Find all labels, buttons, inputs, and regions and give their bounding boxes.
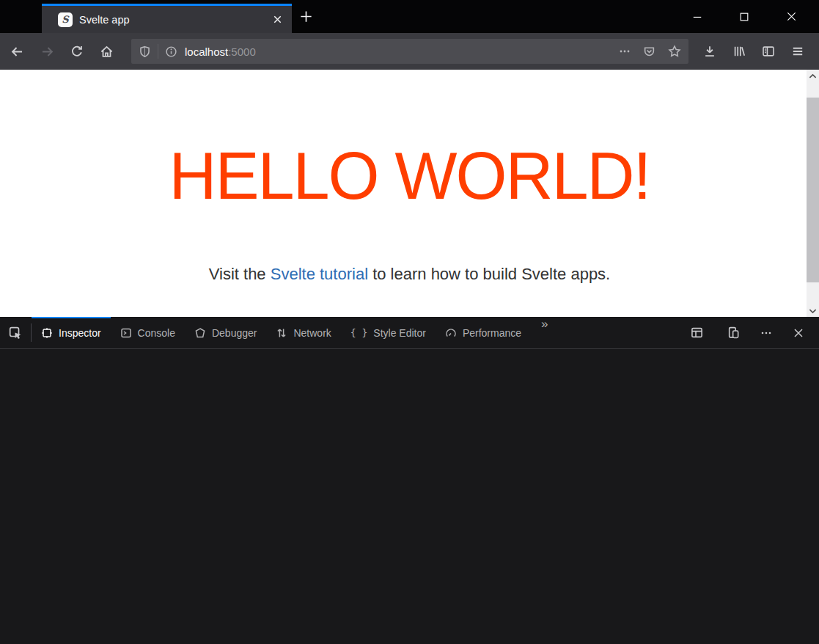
style-editor-icon: { } [350, 327, 367, 338]
library-icon[interactable] [732, 45, 746, 58]
new-tab-button[interactable] [299, 10, 313, 23]
tab-inspector[interactable]: Inspector [32, 317, 111, 348]
debugger-icon [194, 327, 206, 339]
node-picker-icon[interactable] [0, 317, 31, 348]
tab-performance[interactable]: Performance [436, 317, 531, 348]
scroll-up-icon[interactable] [807, 70, 819, 82]
browser-window: S Svelte app [0, 0, 819, 644]
more-tabs-chevron-icon[interactable]: » [531, 317, 558, 348]
pocket-icon[interactable] [643, 45, 655, 58]
toolbar-right-actions [694, 45, 809, 58]
scroll-down-icon[interactable] [807, 304, 819, 317]
devtools-close-icon[interactable] [784, 327, 813, 339]
urlbar-separator [158, 44, 158, 59]
tracking-shield-icon[interactable] [139, 45, 151, 58]
close-window-icon[interactable] [786, 11, 797, 22]
page-paragraph: Visit the Svelte tutorial to learn how t… [0, 265, 819, 284]
devtools-menu-icon[interactable] [752, 327, 781, 339]
downloads-icon[interactable] [703, 45, 716, 58]
para-text-before: Visit the [209, 265, 271, 283]
bookmark-star-icon[interactable] [668, 45, 681, 58]
devtools-toolbar: Inspector Console Debugger Network { } S… [0, 317, 819, 349]
minimize-icon[interactable] [692, 12, 702, 22]
tab-network[interactable]: Network [266, 317, 340, 348]
site-info-icon[interactable] [165, 45, 177, 58]
network-icon [276, 327, 287, 339]
window-controls [692, 0, 797, 33]
maximize-icon[interactable] [739, 12, 749, 22]
url-host: localhost [185, 45, 228, 58]
page-scrollbar[interactable] [807, 70, 819, 317]
devtools-panel: Inspector Console Debugger Network { } S… [0, 317, 819, 644]
forward-button[interactable] [40, 45, 54, 59]
svelte-tutorial-link[interactable]: Svelte tutorial [271, 265, 368, 283]
tab-console[interactable]: Console [111, 317, 185, 348]
tab-style-editor[interactable]: { } Style Editor [341, 317, 436, 348]
titlebar: S Svelte app [0, 0, 819, 33]
tab-title: Svelte app [79, 14, 130, 26]
inspector-icon [41, 327, 53, 339]
menu-hamburger-icon[interactable] [791, 45, 804, 58]
page-actions-icon[interactable] [619, 45, 631, 57]
responsive-design-icon[interactable] [719, 326, 749, 339]
tab-close-icon[interactable] [272, 14, 283, 25]
home-button[interactable] [100, 45, 114, 59]
url-bar[interactable]: localhost:5000 [131, 39, 688, 64]
performance-icon [445, 327, 457, 339]
navigation-toolbar: localhost:5000 [0, 33, 819, 70]
back-button[interactable] [10, 45, 24, 59]
sidebar-toggle-icon[interactable] [762, 45, 775, 58]
page-scrollbar-thumb[interactable] [807, 98, 819, 282]
reload-button[interactable] [70, 45, 84, 58]
browser-tab[interactable]: S Svelte app [42, 4, 292, 33]
url-text: localhost:5000 [185, 45, 256, 58]
tab-debugger[interactable]: Debugger [185, 317, 267, 348]
url-port: :5000 [228, 45, 256, 58]
devtools-toolbar-right [682, 317, 819, 348]
console-icon [120, 327, 132, 339]
urlbar-actions [619, 45, 681, 58]
page-viewport: HELLO WORLD! Visit the Svelte tutorial t… [0, 70, 819, 317]
svelte-favicon-icon: S [58, 12, 73, 27]
page-heading: HELLO WORLD! [0, 143, 819, 209]
para-text-after: to learn how to build Svelte apps. [368, 265, 610, 283]
dock-options-icon[interactable] [682, 326, 712, 339]
